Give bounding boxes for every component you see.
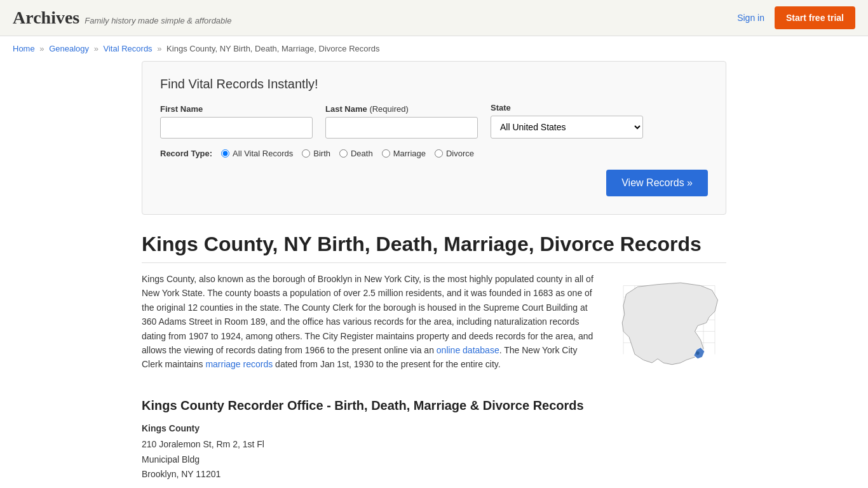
radio-divorce[interactable]: Divorce: [435, 149, 474, 158]
marriage-records-link[interactable]: marriage records: [205, 359, 273, 369]
body-paragraph-1: Kings County, also known as the borough …: [142, 272, 599, 372]
address-line1: 210 Joralemon St, Rm 2, 1st Fl: [142, 437, 726, 452]
section2-heading: Kings County Recorder Office - Birth, De…: [142, 398, 726, 413]
breadcrumb-sep1: »: [39, 44, 44, 53]
state-select[interactable]: All United States New York California Te…: [491, 116, 643, 139]
breadcrumb-vital-records[interactable]: Vital Records: [104, 44, 153, 53]
last-name-label: Last Name (Required): [325, 104, 478, 114]
breadcrumb-genealogy[interactable]: Genealogy: [49, 44, 89, 53]
first-name-input[interactable]: [160, 117, 313, 139]
breadcrumb: Home » Genealogy » Vital Records » Kings…: [0, 36, 868, 61]
svg-point-17: [696, 351, 699, 355]
office-address: 210 Joralemon St, Rm 2, 1st Fl Municipal…: [142, 437, 726, 482]
radio-marriage[interactable]: Marriage: [382, 149, 426, 158]
ny-map-container: [612, 272, 726, 379]
state-label: State: [491, 103, 643, 112]
search-box-title: Find Vital Records Instantly!: [160, 77, 708, 92]
address-line2: Municipal Bldg: [142, 452, 726, 468]
radio-death[interactable]: Death: [339, 149, 373, 158]
site-tagline: Family history made simple & affordable: [85, 16, 231, 25]
last-name-group: Last Name (Required): [325, 104, 478, 139]
first-name-group: First Name: [160, 104, 313, 139]
start-trial-button[interactable]: Start free trial: [775, 6, 855, 29]
online-database-link[interactable]: online database: [437, 345, 499, 355]
breadcrumb-sep3: »: [157, 44, 161, 53]
article-text: Kings County, also known as the borough …: [142, 272, 599, 379]
logo-area: Archives Family history made simple & af…: [13, 8, 231, 28]
site-header: Archives Family history made simple & af…: [0, 0, 868, 36]
search-fields-row: First Name Last Name (Required) State Al…: [160, 103, 708, 139]
page-title: Kings County, NY Birth, Death, Marriage,…: [142, 233, 726, 263]
address-line3: Brooklyn, NY 11201: [142, 467, 726, 482]
radio-birth[interactable]: Birth: [302, 149, 330, 158]
breadcrumb-current: Kings County, NY Birth, Death, Marriage,…: [166, 44, 380, 53]
record-type-row: Record Type: All Vital Records Birth Dea…: [160, 149, 708, 158]
last-name-input[interactable]: [325, 117, 478, 139]
record-type-label: Record Type:: [160, 149, 212, 158]
state-group: State All United States New York Califor…: [491, 103, 643, 139]
radio-all-vital[interactable]: All Vital Records: [221, 149, 293, 158]
site-logo: Archives: [13, 8, 79, 28]
breadcrumb-home[interactable]: Home: [13, 44, 35, 53]
header-actions: Sign in Start free trial: [737, 6, 855, 29]
breadcrumb-sep2: »: [94, 44, 98, 53]
first-name-label: First Name: [160, 104, 313, 114]
ny-state-map: [612, 272, 726, 374]
main-content: Find Vital Records Instantly! First Name…: [129, 61, 739, 488]
sign-in-link[interactable]: Sign in: [737, 13, 764, 23]
view-records-button[interactable]: View Records »: [606, 170, 708, 196]
search-box: Find Vital Records Instantly! First Name…: [142, 61, 726, 215]
article-body: Kings County, also known as the borough …: [142, 272, 726, 379]
office-name: Kings County: [142, 423, 726, 433]
